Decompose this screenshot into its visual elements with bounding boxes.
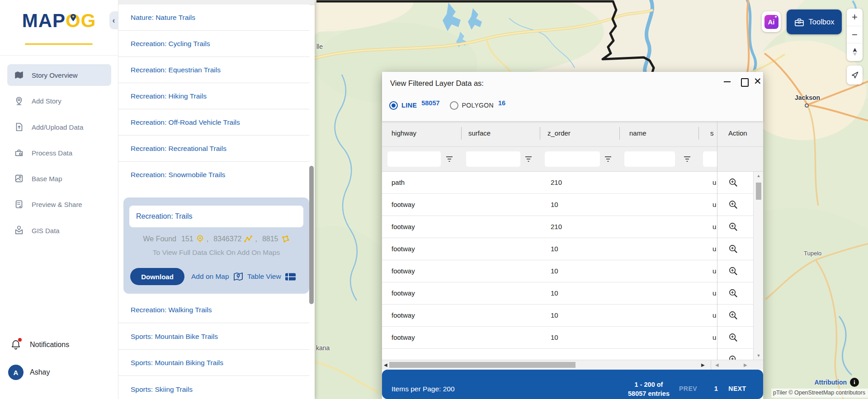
layer-item-mountain-bike-trails[interactable]: Sports: Mountain Bike Trails	[118, 324, 310, 350]
column-header-surface[interactable]: surface	[468, 129, 491, 137]
column-header-highway[interactable]: highway	[392, 129, 416, 137]
maximize-button[interactable]	[741, 78, 749, 87]
zoom-to-feature-icon[interactable]	[728, 266, 739, 277]
main-sidebar: MAPOG Story Overview Add Story Add/Uploa…	[0, 0, 118, 399]
action-scroll-left-icon[interactable]: ◀	[715, 362, 719, 367]
table-row[interactable]: path 210 u	[382, 172, 763, 194]
vertical-scroll-thumb[interactable]	[756, 183, 761, 200]
notifications-button[interactable]: Notifications	[11, 337, 110, 353]
scroll-up-icon[interactable]: ▲	[754, 174, 764, 178]
layer-item-walking-trails[interactable]: Recreation: Walking Trails	[118, 297, 310, 323]
layer-item-cycling-trails[interactable]: Recreation: Cycling Trails	[118, 31, 310, 57]
table-view-button[interactable]: Table View	[247, 268, 296, 285]
sidebar-item-preview-share[interactable]: Preview & Share	[7, 193, 111, 215]
user-profile[interactable]: A Ashay	[8, 363, 108, 381]
layer-item-snowmobile-trails[interactable]: Recreation: Snowmobile Trails	[118, 162, 310, 188]
logo-pin-icon	[71, 14, 76, 21]
table-row[interactable]: footway 10	[382, 349, 763, 360]
zoom-to-feature-icon[interactable]	[728, 310, 739, 321]
panel-scroll-thumb[interactable]	[309, 166, 314, 304]
zoom-to-feature-icon[interactable]	[728, 333, 739, 343]
scroll-down-icon[interactable]: ▼	[754, 353, 764, 358]
selected-layer-title[interactable]: Recreation: Trails	[129, 206, 303, 227]
horizontal-scrollbar[interactable]: ◀ ▶ ◀ ▶	[382, 360, 763, 370]
filter-input-surface[interactable]	[466, 151, 520, 167]
jackson-marker	[805, 103, 809, 108]
filter-icon-highway[interactable]	[445, 155, 453, 163]
prev-page-button[interactable]: PREV	[676, 385, 700, 392]
table-row[interactable]: footway 10 u	[382, 305, 763, 327]
info-icon[interactable]: i	[850, 378, 859, 387]
zoom-to-feature-icon[interactable]	[728, 222, 739, 232]
layer-note: To View Full Data Click On Add On Maps	[123, 249, 309, 257]
close-button[interactable]: ✕	[754, 77, 762, 86]
compass-button[interactable]	[847, 43, 863, 60]
pagination-bar: Items per Page: 200 1 - 200 of 58057 ent…	[382, 370, 763, 399]
panel-collapse-button[interactable]: ‹	[109, 11, 118, 29]
column-header-z-order[interactable]: z_order	[547, 129, 571, 137]
table-row[interactable]: footway 10 u	[382, 282, 763, 305]
layer-item-offroad-trails[interactable]: Recreation: Off-Road Vehicle Trails	[118, 109, 310, 136]
toolbox-gear-icon	[14, 148, 24, 158]
cell-z-order: 210	[551, 223, 562, 230]
zoom-to-feature-icon[interactable]	[728, 178, 739, 188]
zoom-to-feature-icon[interactable]	[728, 355, 739, 360]
zoom-out-button[interactable]: −	[847, 26, 863, 43]
filter-input-highway[interactable]	[387, 151, 441, 167]
layer-item-mountain-biking-trails[interactable]: Sports: Mountain Biking Trails	[118, 350, 310, 376]
download-button[interactable]: Download	[130, 268, 184, 285]
layer-item-hiking-trails[interactable]: Recreation: Hiking Trails	[118, 83, 310, 109]
toolbox-icon	[794, 18, 804, 27]
filter-icon-surface[interactable]	[524, 155, 533, 163]
filter-input-name[interactable]	[624, 151, 675, 167]
current-page-number[interactable]: 1	[712, 385, 720, 392]
radio-line[interactable]	[389, 101, 398, 110]
ai-icon: Ai ✦	[764, 15, 778, 29]
filter-input-z-order[interactable]	[545, 151, 600, 167]
sidebar-item-label: Add/Upload Data	[32, 123, 83, 131]
sidebar-item-add-upload-data[interactable]: Add/Upload Data	[7, 116, 111, 138]
layer-item-recreational-trails[interactable]: Recreation: Recreational Trails	[118, 136, 310, 162]
scroll-right-icon[interactable]: ▶	[701, 362, 705, 367]
radio-polygon[interactable]	[450, 101, 458, 110]
filter-icon-z-order[interactable]	[604, 155, 612, 163]
action-scroll-right-icon[interactable]: ▶	[744, 362, 747, 367]
column-header-name[interactable]: name	[629, 129, 646, 137]
table-row[interactable]: footway 10 u	[382, 260, 763, 282]
horizontal-scroll-thumb[interactable]	[389, 362, 576, 368]
sidebar-item-gis-data[interactable]: GIS Data	[7, 220, 111, 241]
toolbox-button[interactable]: Toolbox	[787, 9, 842, 34]
add-on-map-button[interactable]: Add on Map	[191, 268, 244, 285]
zoom-in-button[interactable]: +	[847, 9, 863, 26]
layer-item-skiing-trails[interactable]: Sports: Skiing Trails	[118, 376, 310, 399]
column-header-truncated[interactable]: s	[710, 129, 717, 137]
table-row[interactable]: footway 210 u	[382, 216, 763, 238]
sidebar-item-base-map[interactable]: Base Map	[7, 168, 111, 189]
selected-layer-card: Recreation: Trails We Found 151 , 834637…	[123, 197, 309, 294]
vertical-scrollbar[interactable]: ▲ ▼	[753, 172, 763, 360]
dialog-header: View Filtered Layer Data as: ✕ LINE 5805…	[382, 72, 763, 121]
scroll-left-icon[interactable]: ◀	[384, 362, 387, 367]
radio-line-label: LINE	[401, 102, 417, 109]
minimize-button[interactable]	[724, 81, 731, 82]
filter-icon-name[interactable]	[683, 155, 691, 163]
sidebar-item-add-story[interactable]: Add Story	[7, 90, 111, 112]
sidebar-item-story-overview[interactable]: Story Overview	[7, 64, 111, 86]
zoom-to-feature-icon[interactable]	[728, 288, 739, 299]
layer-item-equestrian-trails[interactable]: Recreation: Equestrian Trails	[118, 57, 310, 83]
mapog-logo: MAPOG	[0, 10, 118, 32]
sidebar-item-label: Base Map	[32, 175, 62, 183]
sidebar-item-process-data[interactable]: Process Data	[7, 142, 111, 164]
ai-assistant-button[interactable]: Ai ✦	[762, 11, 781, 32]
zoom-to-feature-icon[interactable]	[728, 200, 739, 210]
next-page-button[interactable]: NEXT	[726, 385, 749, 392]
table-row[interactable]: footway 10 u	[382, 238, 763, 260]
locate-button[interactable]	[847, 66, 863, 84]
layer-item-nature-trails[interactable]: Nature: Nature Trails	[118, 5, 310, 31]
table-row[interactable]: footway 10 u	[382, 327, 763, 349]
zoom-to-feature-icon[interactable]	[728, 244, 739, 254]
filter-input-truncated[interactable]	[703, 151, 717, 167]
notification-badge	[18, 338, 22, 342]
sidebar-item-label: Preview & Share	[32, 201, 82, 208]
table-row[interactable]: footway 10 u	[382, 194, 763, 216]
